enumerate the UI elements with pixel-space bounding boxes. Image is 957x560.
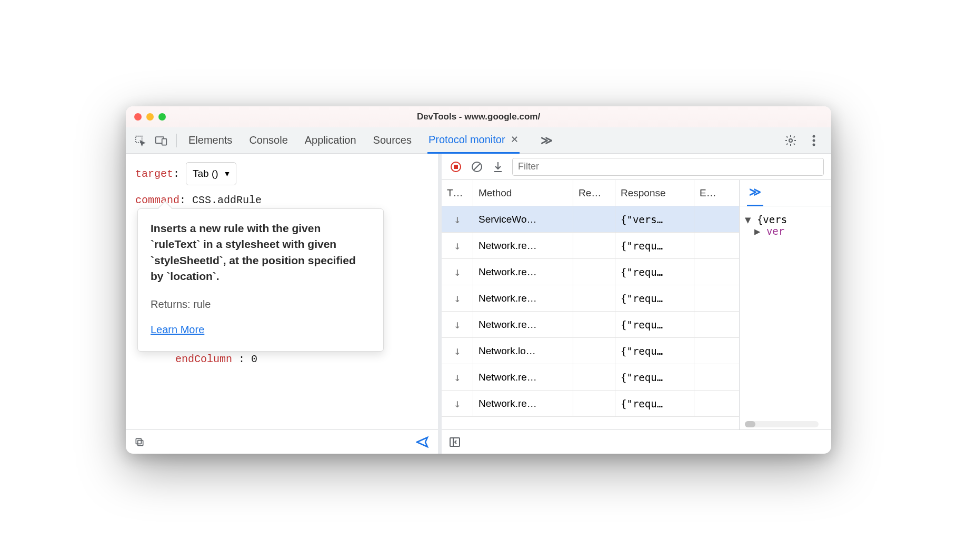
table-row[interactable]: ↓Network.re…{"requ… (442, 259, 739, 285)
svg-rect-8 (136, 438, 141, 444)
tab-elements[interactable]: Elements (187, 128, 233, 153)
titlebar: DevTools - www.google.com/ (126, 106, 831, 127)
protocol-monitor-footer (442, 429, 831, 454)
row-method: Network.re… (473, 285, 573, 311)
tooltip-returns: Returns: rule (151, 294, 371, 314)
protocol-monitor-toolbar (442, 154, 831, 180)
command-editor[interactable]: target: Tab () ▼ command: CSS.addRule In… (126, 154, 438, 429)
content-area: target: Tab () ▼ command: CSS.addRule In… (126, 154, 831, 454)
direction-icon: ↓ (442, 391, 473, 416)
panel-tabs: Elements Console Application Sources Pro… (187, 127, 779, 154)
row-response: {"requ… (615, 285, 694, 311)
row-response: {"requ… (615, 391, 694, 416)
tab-application[interactable]: Application (304, 128, 357, 153)
caret-down-icon: ▼ (224, 167, 231, 181)
settings-icon[interactable] (782, 132, 800, 149)
table-row[interactable]: ↓Network.re…{"requ… (442, 312, 739, 338)
col-method[interactable]: Method (473, 180, 573, 206)
close-tab-icon[interactable]: ✕ (511, 134, 519, 145)
row-response: {"requ… (615, 364, 694, 390)
col-elapsed[interactable]: E… (694, 180, 723, 206)
col-request[interactable]: Re… (573, 180, 615, 206)
more-options-icon[interactable] (805, 132, 823, 149)
tab-protocol-monitor[interactable]: Protocol monitor ✕ (427, 127, 520, 154)
expand-icon[interactable]: ▼ (745, 214, 757, 225)
target-select-value: Tab () (193, 164, 218, 183)
minimize-window-button[interactable] (146, 113, 154, 121)
row-elapsed (694, 259, 723, 285)
table-row[interactable]: ↓Network.re…{"requ… (442, 391, 739, 417)
maximize-window-button[interactable] (158, 113, 166, 121)
param-name: endColumn (175, 353, 232, 365)
target-select[interactable]: Tab () ▼ (186, 162, 236, 185)
row-response: {"vers… (615, 206, 694, 232)
row-elapsed (694, 285, 723, 311)
table-row[interactable]: ↓Network.re…{"requ… (442, 364, 739, 391)
svg-rect-7 (138, 440, 143, 445)
command-tooltip: Inserts a new rule with the given `ruleT… (137, 208, 384, 352)
target-label: target (135, 168, 173, 180)
col-type[interactable]: T… (442, 180, 473, 206)
svg-rect-2 (162, 138, 167, 145)
direction-icon: ↓ (442, 285, 473, 311)
inspect-element-icon[interactable] (131, 132, 149, 149)
window-title: DevTools - www.google.com/ (417, 112, 540, 122)
table-row[interactable]: ↓Network.lo…{"requ… (442, 338, 739, 364)
svg-point-3 (789, 139, 792, 142)
col-response[interactable]: Response (615, 180, 694, 206)
filter-input[interactable] (512, 158, 824, 176)
main-toolbar: Elements Console Application Sources Pro… (126, 127, 831, 154)
device-toolbar-icon[interactable] (152, 132, 170, 149)
download-icon[interactable] (491, 160, 505, 174)
tab-sources[interactable]: Sources (372, 128, 413, 153)
clear-icon[interactable] (470, 160, 484, 174)
more-detail-tabs-icon[interactable]: ≫ (747, 179, 763, 206)
row-request (573, 233, 615, 258)
tab-console[interactable]: Console (248, 128, 288, 153)
row-method: Network.lo… (473, 338, 573, 364)
row-elapsed (694, 206, 723, 232)
row-method: ServiceWo… (473, 206, 573, 232)
svg-point-5 (813, 139, 815, 142)
tab-protocol-monitor-label: Protocol monitor (428, 134, 505, 146)
learn-more-link[interactable]: Learn More (151, 319, 371, 339)
events-table: T… Method Re… Response E… ↓ServiceWo…{"v… (442, 180, 739, 429)
copy-icon[interactable] (134, 437, 145, 447)
horizontal-scrollbar[interactable] (745, 421, 819, 427)
devtools-window: DevTools - www.google.com/ Elements Cons… (126, 106, 831, 454)
table-header: T… Method Re… Response E… (442, 180, 739, 206)
direction-icon: ↓ (442, 364, 473, 390)
table-row[interactable]: ↓ServiceWo…{"vers… (442, 206, 739, 233)
direction-icon: ↓ (442, 259, 473, 285)
detail-line: {vers (757, 214, 787, 225)
detail-pane: ≫ ▼ {vers ▶ ver (739, 180, 831, 429)
detail-body[interactable]: ▼ {vers ▶ ver (740, 206, 831, 429)
tooltip-description: Inserts a new rule with the given `ruleT… (151, 221, 371, 285)
row-method: Network.re… (473, 391, 573, 416)
detail-tabs: ≫ (740, 180, 831, 206)
row-response: {"requ… (615, 338, 694, 364)
protocol-monitor-pane: T… Method Re… Response E… ↓ServiceWo…{"v… (442, 154, 831, 454)
protocol-monitor-body: T… Method Re… Response E… ↓ServiceWo…{"v… (442, 180, 831, 429)
row-method: Network.re… (473, 312, 573, 337)
row-method: Network.re… (473, 259, 573, 285)
record-icon[interactable] (449, 160, 463, 174)
row-elapsed (694, 312, 723, 337)
collapse-icon[interactable]: ▶ (754, 225, 766, 237)
table-row[interactable]: ↓Network.re…{"requ… (442, 233, 739, 259)
traffic-lights (134, 113, 166, 121)
direction-icon: ↓ (442, 312, 473, 337)
table-row[interactable]: ↓Network.re…{"requ… (442, 285, 739, 312)
row-response: {"requ… (615, 312, 694, 337)
direction-icon: ↓ (442, 338, 473, 364)
more-tabs-icon[interactable]: ≫ (541, 134, 553, 147)
svg-point-4 (813, 135, 815, 137)
command-editor-pane: target: Tab () ▼ command: CSS.addRule In… (126, 154, 442, 454)
row-request (573, 259, 615, 285)
send-command-button[interactable] (416, 436, 430, 448)
toggle-sidebar-icon[interactable] (449, 437, 461, 447)
param-value: 0 (251, 353, 257, 365)
close-window-button[interactable] (134, 113, 142, 121)
row-request (573, 285, 615, 311)
row-elapsed (694, 364, 723, 390)
